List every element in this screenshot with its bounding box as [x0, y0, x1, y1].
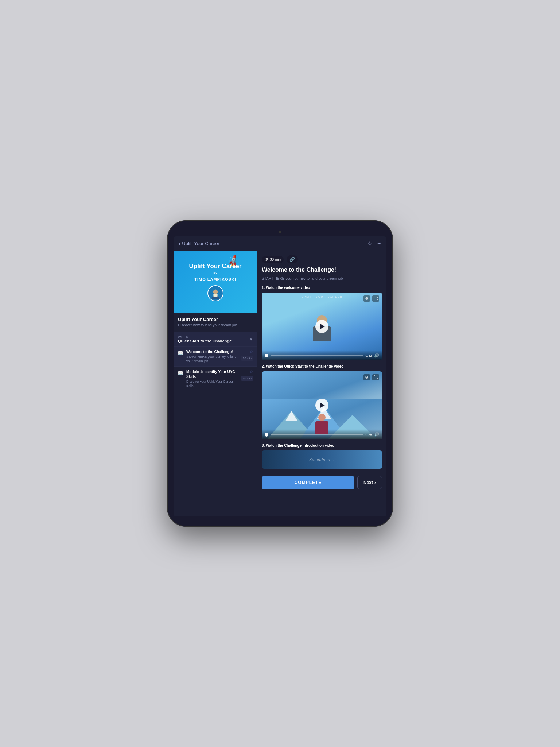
- list-item[interactable]: 📖 Welcome to the Challenge! START HERE y…: [174, 346, 257, 366]
- star-icon[interactable]: ☆: [367, 240, 372, 247]
- link-badge[interactable]: 🔗: [287, 255, 298, 263]
- partial-text: Benefits of...: [309, 458, 335, 462]
- tablet-camera: [279, 231, 281, 233]
- week-title: Quick Start to the Challenge: [178, 339, 232, 343]
- course-description: Discover how to land your dream job: [178, 323, 253, 327]
- progress-dot: [265, 433, 268, 437]
- course-name: Uplift Your Career: [178, 317, 253, 322]
- content-subtitle: START HERE your journey to land your dre…: [262, 276, 382, 281]
- header-icons: ☆ ⚭: [367, 240, 381, 247]
- course-thumbnail: 🚀 Uplift Your Career BY TIMO LAMPIKOSKI: [174, 251, 257, 313]
- course-info: Uplift Your Career Discover how to land …: [174, 313, 257, 329]
- section1-label: 1. Watch the welcome video: [262, 286, 382, 290]
- lesson-title: Module 1: Identify Your UYC Skills: [186, 369, 238, 379]
- tablet-screen: ‹ Uplift Your Career ☆ ⚭ 🚀 Uplift Your C…: [174, 236, 386, 516]
- link-icon[interactable]: ⚭: [377, 240, 381, 247]
- chevron-up-icon: ∧: [249, 337, 253, 342]
- book-icon: 📖: [177, 350, 183, 356]
- list-item[interactable]: 📖 Module 1: Identify Your UYC Skills Dis…: [174, 366, 257, 391]
- lesson-time: 60 min: [241, 376, 253, 381]
- video1-control-bar: 0:42 🔊: [262, 350, 382, 360]
- main-content: 🚀 Uplift Your Career BY TIMO LAMPIKOSKI: [174, 251, 386, 516]
- video2-time: 0:28: [365, 433, 372, 437]
- lesson-star-icon[interactable]: ☆: [249, 369, 253, 375]
- header-title: Uplift Your Career: [182, 241, 219, 246]
- bottom-actions: COMPLETE Next ›: [262, 473, 382, 491]
- week-header[interactable]: Week Quick Start to the Challenge ∧: [174, 332, 257, 346]
- volume-icon[interactable]: 🔊: [374, 432, 379, 437]
- complete-button[interactable]: COMPLETE: [262, 476, 354, 489]
- progress-bar[interactable]: [271, 434, 363, 435]
- video-player-1[interactable]: UPLIFT YOUR CAREER ⚙ ⛶: [262, 293, 382, 360]
- week-header-text: Week Quick Start to the Challenge: [178, 335, 232, 343]
- section2-label: 2. Watch the Quick Start to the Challeng…: [262, 364, 382, 368]
- progress-dot: [265, 354, 268, 357]
- lesson-info: Welcome to the Challenge! START HERE you…: [186, 349, 238, 363]
- svg-rect-3: [213, 294, 217, 297]
- video1-controls: ⚙ ⛶: [363, 295, 379, 302]
- lesson-right: ☆ 30 min: [241, 349, 253, 361]
- time-value: 30 min: [270, 258, 281, 262]
- lesson-right: ☆ 60 min: [241, 369, 253, 381]
- clock-icon: ⏱: [265, 258, 268, 262]
- left-panel: 🚀 Uplift Your Career BY TIMO LAMPIKOSKI: [174, 251, 257, 516]
- tablet-frame: ‹ Uplift Your Career ☆ ⚭ 🚀 Uplift Your C…: [167, 220, 393, 527]
- week-section: Week Quick Start to the Challenge ∧: [174, 332, 257, 346]
- lesson-star-icon[interactable]: ☆: [249, 349, 253, 355]
- header: ‹ Uplift Your Career ☆ ⚭: [174, 236, 386, 251]
- lesson-title: Welcome to the Challenge!: [186, 349, 238, 354]
- lesson-time: 30 min: [241, 356, 253, 361]
- content-title: Welcome to the Challenge!: [262, 266, 382, 274]
- video-player-3-partial[interactable]: Benefits of...: [262, 450, 382, 469]
- fullscreen-icon[interactable]: ⛶: [372, 374, 379, 380]
- svg-point-1: [213, 290, 218, 294]
- settings-icon[interactable]: ⚙: [363, 295, 370, 302]
- time-badge: ⏱ 30 min: [262, 256, 284, 263]
- avatar: [207, 285, 223, 301]
- next-button[interactable]: Next ›: [357, 476, 382, 489]
- book-icon: 📖: [177, 370, 183, 376]
- progress-bar[interactable]: [271, 355, 363, 356]
- fullscreen-icon[interactable]: ⛶: [372, 295, 379, 302]
- play-triangle-icon: [320, 324, 325, 329]
- lesson-info: Module 1: Identify Your UYC Skills Disco…: [186, 369, 238, 388]
- volume-icon[interactable]: 🔊: [374, 353, 379, 358]
- course-thumb-author: TIMO LAMPIKOSKI: [194, 277, 236, 282]
- next-label: Next: [363, 480, 373, 485]
- lesson-desc: Discover your Uplift Your Career skills: [186, 380, 238, 388]
- week-label: Week: [178, 335, 232, 339]
- play-button-1[interactable]: [315, 320, 328, 333]
- course-thumb-by: BY: [213, 271, 218, 275]
- right-panel: ⏱ 30 min 🔗 Welcome to the Challenge! STA…: [257, 251, 386, 516]
- video-player-2[interactable]: ⚙ ⛶ 0:28 🔊: [262, 371, 382, 439]
- meta-bar: ⏱ 30 min 🔗: [262, 255, 382, 263]
- video1-time: 0:42: [365, 354, 372, 357]
- play-button-2[interactable]: [315, 399, 328, 412]
- back-arrow-icon[interactable]: ‹: [179, 240, 180, 247]
- next-arrow-icon: ›: [374, 480, 376, 485]
- play-triangle-icon: [320, 402, 325, 408]
- settings-icon[interactable]: ⚙: [363, 374, 370, 380]
- section3-label: 3. Watch the Challenge Introduction vide…: [262, 444, 382, 448]
- header-left[interactable]: ‹ Uplift Your Career: [179, 240, 219, 247]
- video2-controls: ⚙ ⛶: [363, 374, 379, 380]
- lesson-desc: START HERE your journey to land your dre…: [186, 355, 238, 363]
